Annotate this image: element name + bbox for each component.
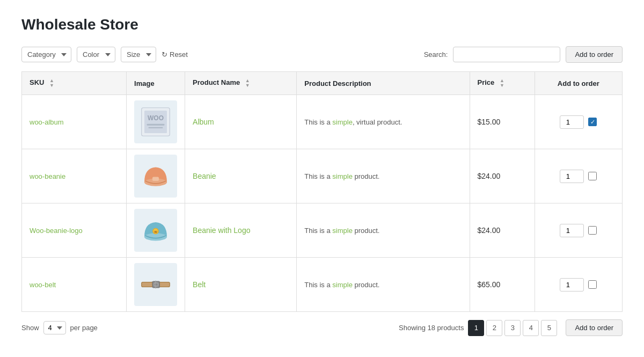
sort-price-icon[interactable]: ▲▼ xyxy=(500,78,504,88)
add-to-order-cell xyxy=(535,95,622,149)
qty-wrap xyxy=(543,278,614,292)
table-row: woo-beanie Beanie This is a simple produ… xyxy=(22,149,623,203)
svg-rect-14 xyxy=(152,281,160,288)
svg-text:W: W xyxy=(154,230,157,234)
qty-input[interactable] xyxy=(560,170,584,183)
price-text: $15.00 xyxy=(478,118,501,126)
qty-input[interactable] xyxy=(560,278,584,292)
footer-add-order-button[interactable]: Add to order xyxy=(566,319,623,336)
qty-input[interactable] xyxy=(560,115,584,129)
th-price: Price ▲▼ xyxy=(470,72,535,95)
th-sku: SKU ▲▼ xyxy=(22,72,127,95)
table-row: Woo-beanie-logo W Beanie with Logo This … xyxy=(22,203,623,258)
price-text: $24.00 xyxy=(478,172,501,180)
toolbar-add-order-button[interactable]: Add to order xyxy=(566,46,623,63)
page-button-4[interactable]: 4 xyxy=(523,320,539,336)
th-image: Image xyxy=(127,72,185,95)
show-label: Show xyxy=(21,324,39,332)
sku-link[interactable]: Woo-beanie-logo xyxy=(30,227,83,235)
image-cell xyxy=(127,258,185,312)
page-button-2[interactable]: 2 xyxy=(486,320,502,336)
product-name-link[interactable]: Beanie with Logo xyxy=(193,226,250,235)
description-cell: This is a simple product. xyxy=(297,149,470,203)
pagination: 12345 xyxy=(468,320,557,336)
qty-wrap xyxy=(543,170,614,183)
description-cell: This is a simple, virtual product. xyxy=(297,95,470,149)
th-description: Product Description xyxy=(297,72,470,95)
price-cell: $65.00 xyxy=(470,258,535,312)
add-checkbox[interactable] xyxy=(588,226,597,235)
sku-cell: woo-beanie xyxy=(22,149,127,203)
category-filter[interactable]: Category xyxy=(21,47,71,62)
qty-wrap xyxy=(543,224,614,237)
product-name-cell: Beanie with Logo xyxy=(185,203,297,258)
product-image: WOO xyxy=(134,100,177,143)
add-to-order-cell xyxy=(535,258,622,312)
sku-cell: woo-album xyxy=(22,95,127,149)
price-cell: $24.00 xyxy=(470,203,535,258)
product-image xyxy=(134,263,177,306)
image-cell xyxy=(127,149,185,203)
sort-name-icon[interactable]: ▲▼ xyxy=(245,78,250,88)
size-filter[interactable]: Size xyxy=(121,47,156,62)
sku-link[interactable]: woo-beanie xyxy=(30,172,65,180)
sku-cell: Woo-beanie-logo xyxy=(22,203,127,258)
add-checkbox[interactable] xyxy=(588,280,597,289)
description-cell: This is a simple product. xyxy=(297,258,470,312)
toolbar: Category Color Size ↺ Reset Search: Add … xyxy=(21,46,623,63)
page-button-5[interactable]: 5 xyxy=(541,320,557,336)
sku-link[interactable]: woo-album xyxy=(30,118,64,126)
table-row: woo-album WOO Album This is a simple, vi… xyxy=(22,95,623,149)
page-button-3[interactable]: 3 xyxy=(504,320,521,336)
qty-wrap xyxy=(543,115,614,129)
th-add-to-order: Add to order xyxy=(535,72,622,95)
description-text: This is a simple product. xyxy=(304,281,379,289)
page-title: Wholesale Store xyxy=(21,16,623,33)
product-name-link[interactable]: Album xyxy=(193,118,214,126)
qty-input[interactable] xyxy=(560,224,584,237)
per-page-select[interactable]: 4 xyxy=(43,321,66,334)
price-text: $65.00 xyxy=(478,280,501,289)
per-page-label: per page xyxy=(70,324,98,332)
product-name-cell: Belt xyxy=(185,258,297,312)
table-footer: Show 4 per page Showing 18 products 1234… xyxy=(21,312,623,344)
svg-rect-7 xyxy=(152,177,159,181)
add-to-order-cell xyxy=(535,203,622,258)
sku-link[interactable]: woo-belt xyxy=(30,281,56,289)
price-cell: $24.00 xyxy=(470,149,535,203)
reset-button[interactable]: ↺ Reset xyxy=(162,50,188,59)
product-name-link[interactable]: Belt xyxy=(193,280,206,289)
description-text: This is a simple, virtual product. xyxy=(304,118,402,126)
image-cell: WOO xyxy=(127,95,185,149)
table-row: woo-belt Belt This is a simple product. … xyxy=(22,258,623,312)
sku-cell: woo-belt xyxy=(22,258,127,312)
description-text: This is a simple product. xyxy=(304,172,379,180)
add-to-order-cell xyxy=(535,149,622,203)
svg-rect-3 xyxy=(147,124,165,126)
product-image xyxy=(134,155,177,198)
price-cell: $15.00 xyxy=(470,95,535,149)
product-image: W xyxy=(134,209,177,252)
product-table: SKU ▲▼ Image Product Name ▲▼ Product Des… xyxy=(21,71,623,312)
search-input[interactable] xyxy=(453,47,560,62)
table-header-row: SKU ▲▼ Image Product Name ▲▼ Product Des… xyxy=(22,72,623,95)
product-name-link[interactable]: Beanie xyxy=(193,172,216,180)
page-button-1[interactable]: 1 xyxy=(468,320,484,336)
reset-icon: ↺ xyxy=(162,50,167,59)
product-name-cell: Beanie xyxy=(185,149,297,203)
add-checkbox[interactable] xyxy=(588,172,597,180)
image-cell: W xyxy=(127,203,185,258)
description-text: This is a simple product. xyxy=(304,227,379,235)
price-text: $24.00 xyxy=(478,226,501,235)
color-filter[interactable]: Color xyxy=(77,47,115,62)
sort-sku-icon[interactable]: ▲▼ xyxy=(49,78,54,88)
svg-text:WOO: WOO xyxy=(148,114,164,122)
svg-rect-4 xyxy=(149,127,163,128)
th-product-name: Product Name ▲▼ xyxy=(185,72,297,95)
showing-label: Showing 18 products xyxy=(399,324,464,332)
description-cell: This is a simple product. xyxy=(297,203,470,258)
search-label: Search: xyxy=(424,50,448,59)
product-name-cell: Album xyxy=(185,95,297,149)
add-checkbox[interactable] xyxy=(588,118,597,126)
